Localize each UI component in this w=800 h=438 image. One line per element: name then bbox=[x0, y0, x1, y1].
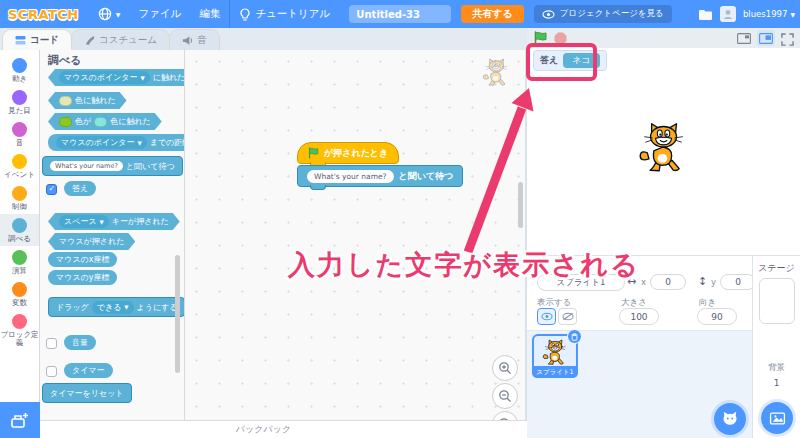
share-button[interactable]: 共有する bbox=[461, 5, 523, 23]
scratch-editor: SCRATCH ▼ ファイル 編集 チュートリアル 共有する プロジェクトページ… bbox=[0, 0, 800, 438]
zoom-in-button[interactable] bbox=[492, 355, 518, 381]
sprite-tile-selected[interactable]: スプライト1 bbox=[532, 334, 578, 378]
block-key-pressed[interactable]: スペース▼ キーが押された bbox=[48, 213, 180, 230]
backdrop-label: 背景 bbox=[753, 362, 800, 374]
dropdown-field[interactable]: マウスのポインター▼ bbox=[59, 71, 150, 84]
category-motion[interactable]: 動き bbox=[0, 54, 39, 86]
dropdown-caret-icon: ▼ bbox=[100, 219, 104, 225]
large-stage-button[interactable] bbox=[757, 30, 775, 46]
category-sound[interactable]: 音 bbox=[0, 118, 39, 150]
x-position-field[interactable]: 0 bbox=[650, 274, 686, 290]
annotation-highlight-box bbox=[526, 43, 597, 81]
username-menu[interactable]: blues1997 ▼ bbox=[743, 9, 795, 19]
delete-sprite-button[interactable] bbox=[567, 329, 582, 344]
block-timer[interactable]: タイマー bbox=[64, 363, 113, 378]
scratch-logo[interactable]: SCRATCH bbox=[8, 7, 79, 22]
category-looks[interactable]: 見た目 bbox=[0, 86, 39, 118]
block-touching-color[interactable]: 色に触れた bbox=[48, 92, 127, 109]
color-swatch[interactable] bbox=[59, 96, 72, 106]
color-swatch[interactable] bbox=[94, 117, 107, 127]
block-mouse-down[interactable]: マウスが押された bbox=[48, 233, 135, 250]
block-palette: 調べる マウスのポインター▼ に触れた 色に触れた 色が 色に触れた マウスのポ… bbox=[40, 50, 185, 420]
block-when-flag-clicked[interactable]: が押されたとき bbox=[297, 142, 399, 164]
zoom-out-button[interactable] bbox=[492, 383, 518, 409]
menu-bar: SCRATCH ▼ ファイル 編集 チュートリアル 共有する プロジェクトページ… bbox=[0, 0, 800, 28]
block-mouse-y[interactable]: マウスのy座標 bbox=[48, 270, 117, 285]
show-sprite-button[interactable] bbox=[537, 308, 556, 325]
block-touching[interactable]: マウスのポインター▼ に触れた bbox=[48, 69, 185, 86]
block-loudness[interactable]: 音量 bbox=[64, 335, 96, 350]
monitor-checkbox-answer[interactable] bbox=[46, 184, 57, 195]
sound-dot-icon bbox=[12, 122, 27, 137]
tab-code[interactable]: コード bbox=[2, 29, 72, 50]
tutorials-button[interactable]: チュートリアル bbox=[230, 0, 339, 28]
events-dot-icon bbox=[12, 154, 27, 169]
add-extension-button[interactable] bbox=[0, 402, 40, 438]
hide-sprite-button[interactable] bbox=[558, 308, 577, 325]
dropdown-field[interactable]: マウスのポインター▼ bbox=[56, 136, 147, 149]
category-control[interactable]: 制御 bbox=[0, 182, 39, 214]
language-selector[interactable]: ▼ bbox=[89, 0, 130, 28]
code-scrollbar[interactable] bbox=[518, 182, 523, 228]
project-page-button[interactable]: プロジェクトページを見る bbox=[534, 5, 672, 23]
category-operators[interactable]: 演算 bbox=[0, 246, 39, 278]
brush-icon bbox=[84, 35, 95, 46]
backdrop-thumbnail[interactable] bbox=[759, 278, 795, 324]
stage-selector[interactable]: ステージ 背景 1 bbox=[752, 256, 800, 438]
block-distance-to[interactable]: マウスのポインター▼ までの距離 bbox=[48, 134, 185, 151]
block-ask-and-wait[interactable]: What's your name? と聞いて待つ bbox=[42, 156, 183, 176]
y-position-field[interactable]: 0 bbox=[720, 274, 756, 290]
menu-file[interactable]: ファイル bbox=[129, 0, 190, 28]
category-sensing[interactable]: 調べる bbox=[0, 214, 39, 246]
block-answer[interactable]: 答え bbox=[64, 181, 96, 196]
block-reset-timer[interactable]: タイマーをリセット bbox=[42, 383, 132, 403]
sprite-watermark-cat bbox=[481, 55, 511, 89]
dropdown-field[interactable]: できる▼ bbox=[92, 301, 134, 314]
block-set-drag-mode[interactable]: ドラッグ できる▼ ようにする bbox=[48, 297, 185, 317]
code-workspace[interactable]: が押されたとき What's your name? と聞いて待つ bbox=[185, 50, 525, 420]
fullscreen-button[interactable] bbox=[781, 31, 794, 50]
large-stage-icon bbox=[759, 33, 773, 44]
lightbulb-icon bbox=[239, 8, 251, 21]
direction-field[interactable]: 90 bbox=[697, 308, 737, 325]
zoom-reset-button[interactable] bbox=[492, 411, 518, 420]
dropdown-field[interactable]: スペース▼ bbox=[59, 215, 109, 228]
palette-scrollbar[interactable] bbox=[175, 255, 180, 373]
speaker-icon bbox=[182, 35, 193, 46]
fullscreen-icon bbox=[781, 33, 794, 46]
tab-costumes-label: コスチューム bbox=[99, 34, 157, 47]
tab-costumes[interactable]: コスチューム bbox=[71, 29, 170, 50]
add-sprite-button[interactable] bbox=[714, 403, 746, 435]
block-ask-and-wait-script[interactable]: What's your name? と聞いて待つ bbox=[297, 165, 463, 187]
block-color-touching-color[interactable]: 色が 色に触れた bbox=[48, 113, 162, 130]
add-backdrop-button[interactable] bbox=[761, 402, 793, 434]
backdrop-count: 1 bbox=[753, 378, 800, 388]
monitor-checkbox-loudness[interactable] bbox=[46, 338, 57, 349]
avatar[interactable] bbox=[720, 6, 736, 22]
block-mouse-x[interactable]: マウスのx座標 bbox=[48, 252, 117, 267]
text-input-field[interactable]: What's your name? bbox=[50, 161, 123, 171]
size-field[interactable]: 100 bbox=[619, 308, 659, 325]
backpack-bar[interactable]: バックパック bbox=[0, 420, 527, 438]
stage-sprite-cat[interactable] bbox=[636, 116, 690, 178]
code-icon bbox=[15, 35, 26, 46]
category-events[interactable]: イベント bbox=[0, 150, 39, 182]
stage-selector-title: ステージ bbox=[753, 262, 800, 275]
y-arrows-icon: ↕ bbox=[698, 275, 707, 288]
block-categories: 動き 見た目 音 イベント 制御 調べる 演算 変数 ブロック定義 bbox=[0, 50, 40, 420]
text-input-field[interactable]: What's your name? bbox=[307, 170, 394, 183]
small-stage-button[interactable] bbox=[735, 30, 753, 46]
annotation-text: 入力した文字が表示される bbox=[288, 247, 640, 283]
project-name-input[interactable] bbox=[349, 5, 451, 23]
monitor-checkbox-timer[interactable] bbox=[46, 366, 57, 377]
category-myblocks[interactable]: ブロック定義 bbox=[0, 310, 39, 350]
menu-edit[interactable]: 編集 bbox=[190, 0, 229, 28]
tab-sounds[interactable]: 音 bbox=[169, 29, 220, 50]
color-swatch[interactable] bbox=[59, 117, 72, 127]
zoom-out-icon bbox=[498, 389, 512, 403]
dropdown-caret-icon: ▼ bbox=[124, 304, 128, 310]
folder-icon[interactable] bbox=[698, 8, 713, 21]
tutorials-label: チュートリアル bbox=[255, 7, 330, 21]
control-dot-icon bbox=[12, 186, 27, 201]
category-variables[interactable]: 変数 bbox=[0, 278, 39, 310]
